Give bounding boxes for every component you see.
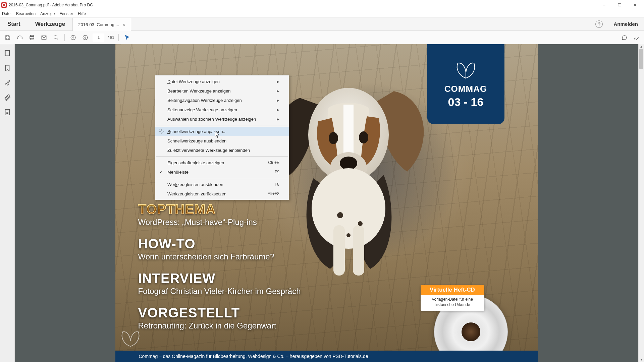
cover-head: INTERVIEW (138, 271, 301, 286)
email-button[interactable] (40, 33, 48, 42)
scroll-up-icon[interactable]: ▲ (639, 44, 644, 49)
submenu-arrow-icon: ▶ (277, 108, 279, 112)
context-menu-item[interactable]: Schnellwerkzeuge anpassen... (155, 127, 289, 136)
title-bar: 2016-03_Commag.pdf - Adobe Acrobat Pro D… (0, 0, 644, 10)
vertical-scrollbar[interactable]: ▲ ▼ (638, 44, 644, 362)
page-total-label: / 81 (108, 35, 114, 40)
context-menu-item[interactable]: Datei Werkzeuge anzeigen▶ (155, 77, 289, 86)
toolbar-separator (64, 34, 65, 41)
context-menu-shortcut: Ctrl+E (268, 160, 279, 165)
help-button[interactable]: ? (591, 17, 607, 31)
gear-icon (159, 129, 164, 134)
context-menu-item[interactable]: Auswählen und zoomen Werkzeuge anzeigen▶ (155, 114, 289, 124)
window-close-button[interactable]: ✕ (627, 0, 643, 10)
check-icon: ✓ (159, 170, 163, 174)
menu-hilfe[interactable]: Hilfe (78, 11, 86, 16)
bookmark-icon[interactable] (4, 64, 11, 72)
svg-rect-9 (5, 50, 9, 56)
save-button[interactable] (3, 33, 12, 42)
menu-bar: Datei Bearbeiten Anzeige Fenster Hilfe (0, 10, 644, 17)
context-menu-label: Zuletzt verwendete Werkzeuge einblenden (167, 148, 250, 153)
window-maximize-button[interactable]: ❐ (612, 0, 627, 10)
window-title: 2016-03_Commag.pdf - Adobe Acrobat Pro D… (9, 3, 93, 7)
maximize-icon: ❐ (618, 3, 622, 7)
cover-cd: Virtuelle Heft-CD Vorlagen-Datei für ein… (421, 285, 508, 349)
selection-tool-button[interactable] (123, 33, 131, 42)
submenu-arrow-icon: ▶ (277, 80, 279, 83)
cover-block-vorgestellt: VORGESTELLT Retronauting: Zurück in die … (138, 305, 301, 330)
search-button[interactable] (52, 33, 60, 42)
window-minimize-button[interactable]: – (596, 0, 612, 10)
toolbar: / 81 (0, 31, 644, 44)
print-button[interactable] (28, 33, 36, 42)
cover-footer-text: Commag – das Online-Magazin für Bildbear… (139, 354, 368, 359)
cover-block-topthema: TOPTHEMA WordPress: „Must-have“-Plug-ins (138, 202, 301, 227)
page-viewer[interactable]: COMMAG 03 - 16 TOPTHEMA WordPress: „Must… (15, 44, 638, 362)
context-menu-item[interactable]: Schnellwerkzeuge ausblenden (155, 136, 289, 145)
butterfly-icon (454, 60, 478, 80)
cover-sub: Worin unterscheiden sich Farbräume? (138, 252, 301, 261)
toolbar-separator (118, 34, 119, 41)
document-area: ◀ (0, 44, 644, 362)
sign-button[interactable] (632, 33, 641, 42)
cover-sub: Retronauting: Zurück in die Gegenwart (138, 321, 301, 330)
page-number-input[interactable] (93, 34, 104, 41)
context-menu-label: Schnellwerkzeuge ausblenden (167, 138, 226, 143)
cover-head: VORGESTELLT (138, 305, 301, 320)
app-icon (1, 2, 7, 8)
cover-head: HOW-TO (138, 236, 301, 251)
context-menu-label: Werkzeugleisten zurücksetzen (167, 191, 226, 196)
context-menu-label: Werkzeugleisten ausblenden (167, 182, 223, 187)
context-menu-item[interactable]: ✓MenüleisteF9 (155, 167, 289, 177)
tab-document-close-button[interactable]: × (122, 22, 125, 27)
signatures-icon[interactable] (4, 79, 11, 86)
cd-line2: historische Urkunde (434, 302, 470, 307)
layers-icon[interactable] (4, 109, 11, 116)
context-menu-shortcut: F8 (275, 182, 279, 187)
commag-badge: COMMAG 03 - 16 (427, 44, 504, 124)
sign-in-button[interactable]: Anmelden (607, 17, 644, 31)
tab-document[interactable]: 2016-03_Commag.... × (72, 18, 131, 31)
cloud-button[interactable] (15, 33, 24, 42)
context-menu-item[interactable]: Werkzeugleisten ausblendenF8 (155, 180, 289, 189)
cover-block-interview: INTERVIEW Fotograf Christian Vieler-Kirc… (138, 271, 301, 296)
context-menu-label: Seitennavigation Werkzeuge anzeigen (167, 98, 242, 103)
context-menu-label: Schnellwerkzeuge anpassen... (167, 129, 226, 134)
attachments-icon[interactable] (4, 94, 11, 101)
cover-sub: WordPress: „Must-have“-Plug-ins (138, 218, 301, 227)
context-menu-label: Menüleiste (167, 170, 189, 175)
thumbnails-icon[interactable] (4, 50, 11, 57)
menu-bearbeiten[interactable]: Bearbeiten (16, 11, 36, 16)
cd-label: Virtuelle Heft-CD Vorlagen-Datei für ein… (421, 285, 484, 311)
context-menu-item[interactable]: Bearbeiten Werkzeuge anzeigen▶ (155, 86, 289, 96)
cover-sub: Fotograf Christian Vieler-Kircher im Ges… (138, 287, 301, 296)
tab-home[interactable]: Start (0, 17, 28, 31)
cover-footer: Commag – das Online-Magazin für Bildbear… (115, 351, 538, 362)
context-menu-label: Datei Werkzeuge anzeigen (167, 79, 220, 84)
comment-button[interactable] (620, 33, 629, 42)
menu-anzeige[interactable]: Anzeige (40, 11, 55, 16)
scroll-down-icon[interactable]: ▼ (639, 357, 644, 362)
page-up-button[interactable] (69, 33, 77, 42)
context-menu-item[interactable]: Eigenschaftenleiste anzeigenCtrl+E (155, 158, 289, 167)
submenu-arrow-icon: ▶ (277, 89, 279, 93)
submenu-arrow-icon: ▶ (277, 99, 279, 102)
tab-tools[interactable]: Werkzeuge (28, 17, 72, 31)
menu-fenster[interactable]: Fenster (59, 11, 73, 16)
page-down-button[interactable] (81, 33, 90, 42)
scroll-thumb[interactable] (639, 49, 643, 69)
context-menu-label: Eigenschaftenleiste anzeigen (167, 160, 224, 165)
context-menu-item[interactable]: Seitenanzeige Werkzeuge anzeigen▶ (155, 105, 289, 114)
help-icon: ? (595, 20, 603, 28)
context-menu-item[interactable]: Seitennavigation Werkzeuge anzeigen▶ (155, 96, 289, 105)
svg-point-22 (161, 131, 162, 132)
context-menu-item[interactable]: Zuletzt verwendete Werkzeuge einblenden (155, 145, 289, 155)
menu-datei[interactable]: Datei (2, 11, 11, 16)
minimize-icon: – (603, 3, 605, 7)
submenu-arrow-icon: ▶ (277, 117, 279, 121)
context-menu-item[interactable]: Werkzeugleisten zurücksetzenAlt+F8 (155, 189, 289, 198)
tab-bar: Start Werkzeuge 2016-03_Commag.... × ? A… (0, 17, 644, 31)
svg-rect-7 (5, 51, 9, 56)
cd-line1: Vorlagen-Datei für eine (432, 297, 473, 302)
svg-rect-8 (5, 51, 9, 56)
